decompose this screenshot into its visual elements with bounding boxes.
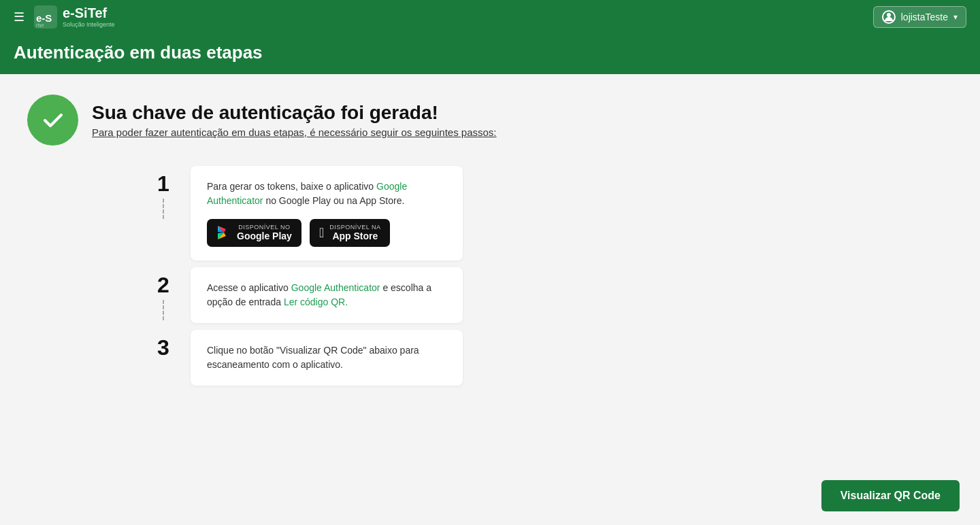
- app-store-text: DISPONÍVEL NA App Store: [329, 224, 380, 242]
- user-menu[interactable]: lojistaTeste ▾: [873, 6, 966, 28]
- svg-text:iTef: iTef: [36, 23, 44, 28]
- page-title-bar: Autenticação em duas etapas: [0, 34, 980, 74]
- store-buttons: DISPONÍVEL NO Google Play  DISPONÍVEL N…: [207, 219, 446, 247]
- user-name: lojistaTeste: [901, 12, 948, 22]
- step-2-number-col: 2: [150, 267, 177, 320]
- svg-text:e-S: e-S: [36, 12, 52, 24]
- step-1-number-col: 1: [150, 166, 177, 219]
- logo-text: e-SiTef: [63, 5, 107, 20]
- view-qr-code-button[interactable]: Visualizar QR Code: [821, 480, 960, 511]
- step-3-row: 3 Clique no botão "Visualizar QR Code" a…: [150, 330, 463, 392]
- success-header: Sua chave de autenticação foi gerada! Pa…: [27, 95, 953, 146]
- header: ☰ e-S iTef e-SiTef Solução Inteligente l…: [0, 0, 980, 34]
- google-authenticator-link-2[interactable]: Google Authenticator: [291, 282, 380, 293]
- apple-icon: : [319, 226, 324, 239]
- step-2-card: Acesse o aplicativo Google Authenticator…: [191, 267, 463, 323]
- user-avatar-icon: [882, 10, 896, 24]
- main-content: Sua chave de autenticação foi gerada! Pa…: [0, 74, 980, 413]
- success-subtitle: Para poder fazer autenticação em duas et…: [92, 126, 497, 138]
- success-title: Sua chave de autenticação foi gerada!: [92, 102, 497, 124]
- steps-container: 1 Para gerar os tokens, baixe o aplicati…: [150, 166, 463, 392]
- bottom-bar: Visualizar QR Code: [801, 467, 980, 525]
- app-store-button[interactable]:  DISPONÍVEL NA App Store: [310, 219, 391, 247]
- google-play-button[interactable]: DISPONÍVEL NO Google Play: [207, 219, 301, 247]
- step-2-row: 2 Acesse o aplicativo Google Authenticat…: [150, 267, 463, 330]
- dropdown-arrow-icon: ▾: [953, 12, 958, 22]
- logo-subtitle: Solução Inteligente: [63, 21, 115, 28]
- logo: e-S iTef e-SiTef Solução Inteligente: [33, 4, 115, 30]
- step-2-text: Acesse o aplicativo Google Authenticator…: [207, 281, 446, 309]
- logo-icon: e-S iTef: [33, 4, 59, 30]
- read-qr-link[interactable]: Ler código QR.: [284, 297, 348, 307]
- step-1-card: Para gerar os tokens, baixe o aplicativo…: [191, 166, 463, 260]
- step-1-line: [163, 199, 164, 219]
- step-1-number: 1: [157, 166, 169, 194]
- step-2-number: 2: [157, 267, 169, 296]
- google-play-icon: [216, 225, 231, 240]
- step-3-number-col: 3: [150, 330, 177, 358]
- google-play-text: DISPONÍVEL NO Google Play: [237, 224, 292, 242]
- success-text: Sua chave de autenticação foi gerada! Pa…: [92, 102, 497, 138]
- step-1-text: Para gerar os tokens, baixe o aplicativo…: [207, 180, 446, 208]
- checkmark-icon: [39, 107, 67, 134]
- success-icon: [27, 95, 78, 146]
- step-3-card: Clique no botão "Visualizar QR Code" aba…: [191, 330, 463, 386]
- step-2-line: [163, 300, 164, 320]
- page-title: Autenticação em duas etapas: [14, 42, 966, 63]
- svg-point-3: [887, 13, 891, 17]
- step-3-number: 3: [157, 330, 169, 358]
- menu-icon[interactable]: ☰: [14, 10, 24, 24]
- step-3-text: Clique no botão "Visualizar QR Code" aba…: [207, 343, 446, 372]
- step-1-row: 1 Para gerar os tokens, baixe o aplicati…: [150, 166, 463, 267]
